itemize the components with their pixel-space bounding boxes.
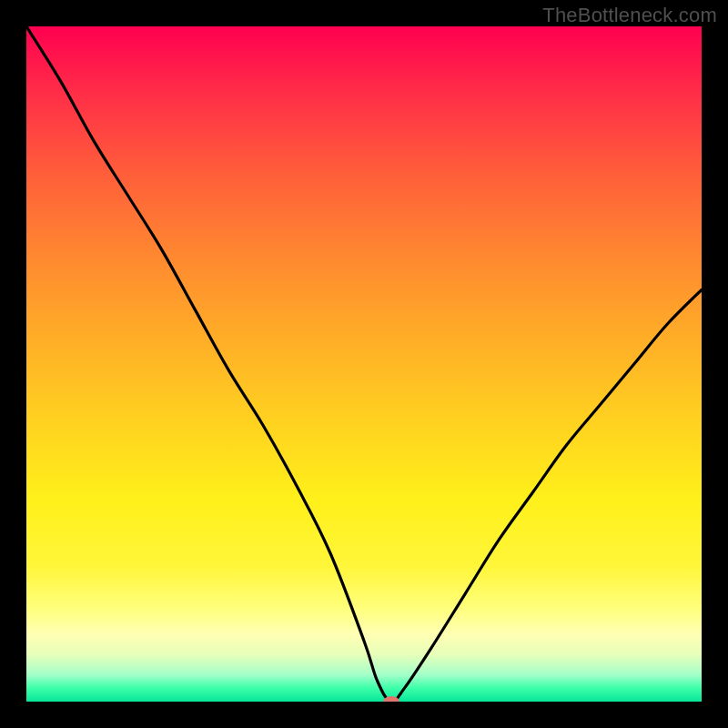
chart-frame: TheBottleneck.com [0,0,728,728]
minimum-marker [383,696,399,702]
bottleneck-curve [26,26,702,702]
plot-area [26,26,702,702]
watermark-text: TheBottleneck.com [542,4,717,27]
